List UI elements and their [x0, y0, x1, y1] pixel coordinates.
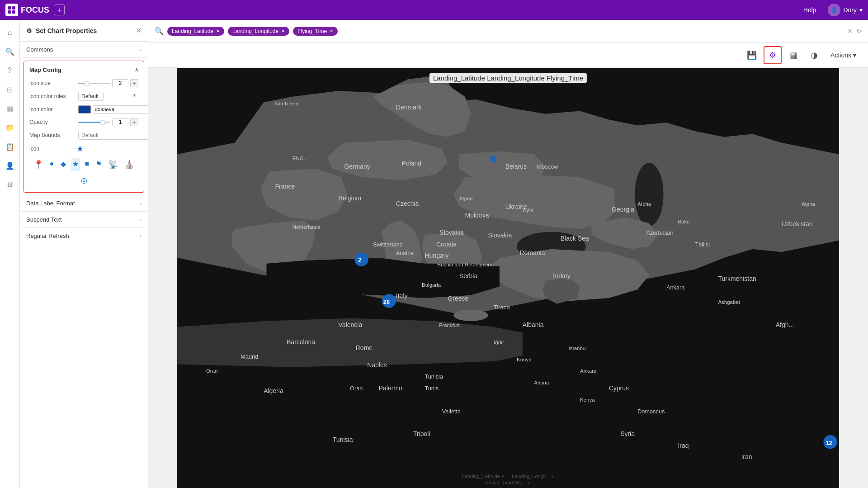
tag-flying-time-label: Flying_Time	[297, 28, 327, 34]
svg-text:Black Sea: Black Sea	[561, 235, 589, 242]
icon-size-slider[interactable]	[78, 83, 110, 84]
svg-text:Valletta: Valletta	[442, 408, 461, 415]
tag-landing-longitude[interactable]: Landing_Longitude ✕	[228, 27, 289, 36]
sidebar-item-grid[interactable]: ▦	[2, 100, 18, 117]
svg-text:Switzerland: Switzerland	[373, 241, 403, 248]
icon-color-hex-input[interactable]	[93, 105, 148, 114]
actions-button[interactable]: Actions ▾	[826, 49, 861, 62]
search-input[interactable]	[341, 28, 844, 34]
map-visualization: Denmark North Sea Belarus Ukraine Poland…	[148, 68, 868, 488]
save-toolbar-button[interactable]: 💾	[743, 46, 761, 64]
icon-color-control	[78, 105, 148, 114]
map-config-collapse-icon: ∧	[135, 67, 138, 73]
target-icon-option[interactable]: ◎	[80, 175, 89, 186]
svg-rect-1	[12, 6, 15, 9]
svg-text:★: ★	[488, 152, 498, 165]
section-regular-refresh[interactable]: Regular Refresh ›	[20, 228, 148, 244]
section-commons[interactable]: Commons ›	[20, 42, 148, 58]
save-icon: 💾	[747, 50, 757, 60]
regular-refresh-label: Regular Refresh	[26, 232, 69, 239]
table-toolbar-button[interactable]: ▦	[784, 46, 802, 64]
svg-text:Iğdır: Iğdır	[494, 340, 504, 345]
tag-flying-time[interactable]: Flying_Time ✕	[293, 27, 338, 36]
icon-color-swatch[interactable]	[78, 105, 91, 114]
landing-latitude-chevron-icon: ∨	[501, 474, 505, 479]
data-label-format-chevron-icon: ›	[140, 200, 142, 207]
svg-point-8	[453, 309, 488, 321]
map-bounds-input[interactable]	[78, 131, 148, 140]
svg-text:Atpha: Atpha	[637, 201, 651, 207]
sidebar-item-help[interactable]: ?	[2, 62, 18, 79]
svg-rect-2	[8, 10, 11, 14]
panel-title: Set Chart Properties	[36, 27, 97, 34]
svg-text:Madrid: Madrid	[241, 353, 258, 360]
circle-icon-option[interactable]: ●	[48, 158, 56, 171]
opacity-input[interactable]	[112, 118, 128, 126]
opacity-slider[interactable]	[78, 122, 110, 123]
icon-size-increment-button[interactable]: +	[130, 79, 138, 87]
icon-color-rules-select[interactable]: Default Custom	[78, 92, 104, 101]
svg-text:Valencia: Valencia	[339, 321, 363, 328]
flag-icon-option[interactable]: ⚑	[94, 158, 103, 171]
svg-text:Turkmenistan: Turkmenistan	[718, 275, 756, 282]
bottom-label-landing-latitude[interactable]: Landing_Latitude ∨	[462, 474, 505, 479]
signal-icon-option[interactable]: 📡	[107, 158, 119, 171]
sidebar-item-filter[interactable]: ⊟	[2, 81, 18, 98]
opacity-increment-button[interactable]: +	[130, 118, 138, 126]
sidebar-item-home[interactable]: ⌂	[2, 24, 18, 41]
svg-text:Ashgabat: Ashgabat	[718, 299, 741, 305]
tag-landing-latitude-close-icon[interactable]: ✕	[216, 28, 220, 33]
building-icon-option[interactable]: ⛪	[123, 158, 136, 171]
square-icon-option[interactable]: ■	[84, 158, 91, 171]
tag-landing-longitude-close-icon[interactable]: ✕	[281, 28, 285, 33]
sidebar-item-folder[interactable]: 📁	[2, 119, 18, 136]
section-suspend-text[interactable]: Suspend Text ›	[20, 212, 148, 228]
icon-size-input[interactable]: 2	[112, 79, 128, 87]
pin-icon-option[interactable]: 📍	[32, 158, 45, 171]
svg-text:Slovakia: Slovakia	[440, 229, 464, 236]
svg-text:Turkey: Turkey	[551, 272, 570, 280]
opacity-control: +	[78, 118, 138, 126]
panel-close-button[interactable]: ✕	[136, 26, 142, 35]
table-icon: ▦	[790, 50, 797, 60]
section-data-label-format[interactable]: Data Label Format ›	[20, 195, 148, 212]
bottom-label-landing-longitude[interactable]: Landing_Longit... ∨	[512, 474, 554, 479]
tag-flying-time-close-icon[interactable]: ✕	[330, 28, 333, 33]
chart-toolbar-button[interactable]: ◑	[805, 46, 823, 64]
pie-chart-icon: ◑	[811, 50, 818, 60]
sidebar-item-settings[interactable]: ⚙	[2, 176, 18, 193]
svg-text:Poland: Poland	[402, 160, 422, 167]
icon-color-rules-dropdown-wrap: Default Custom	[78, 92, 138, 101]
map-bounds-control	[78, 131, 148, 140]
user-menu[interactable]: 👤 Dory ▾	[828, 4, 863, 16]
map-config-label: Map Config	[29, 66, 61, 73]
svg-text:Algeria: Algeria	[264, 387, 283, 394]
panel-header: ⚙ Set Chart Properties ✕	[20, 20, 148, 42]
app-logo[interactable]: FOCUS	[5, 4, 49, 16]
sidebar-item-users[interactable]: 👤	[2, 157, 18, 174]
actions-label: Actions	[830, 52, 851, 59]
tag-landing-latitude[interactable]: Landing_Latitude ✕	[167, 27, 224, 36]
svg-text:Kyiv: Kyiv	[523, 206, 534, 213]
opacity-label: Opacity	[29, 119, 75, 125]
icon-size-row: icon size 2 +	[24, 77, 144, 90]
search-clear-icon[interactable]: ✕	[847, 28, 853, 35]
svg-text:Croatia: Croatia	[436, 241, 457, 248]
add-tab-button[interactable]: +	[54, 5, 65, 15]
sidebar-item-report[interactable]: 📋	[2, 138, 18, 155]
star-icon-option[interactable]: ★	[71, 158, 80, 171]
tag-landing-longitude-label: Landing_Longitude	[232, 28, 278, 34]
map-config-header[interactable]: Map Config ∧	[24, 64, 144, 77]
svg-text:Tripoli: Tripoli	[413, 430, 430, 437]
bottom-label-row-1: Landing_Latitude ∨ Landing_Longit... ∨	[462, 474, 555, 479]
settings-toolbar-button[interactable]: ⚙	[764, 46, 782, 64]
help-link[interactable]: Help	[803, 6, 816, 14]
search-refresh-icon[interactable]: ↻	[856, 28, 862, 35]
svg-text:Afgh...: Afgh...	[776, 321, 794, 328]
svg-text:12: 12	[826, 440, 832, 446]
svg-text:France: France	[275, 183, 295, 190]
bottom-label-landing-longitude-text: Landing_Longit...	[512, 474, 550, 479]
bottom-label-flying-time[interactable]: Flying_Time(SU... ∨	[486, 480, 530, 485]
diamond-icon-option[interactable]: ◆	[59, 158, 67, 171]
sidebar-item-search[interactable]: 🔍	[2, 43, 18, 60]
